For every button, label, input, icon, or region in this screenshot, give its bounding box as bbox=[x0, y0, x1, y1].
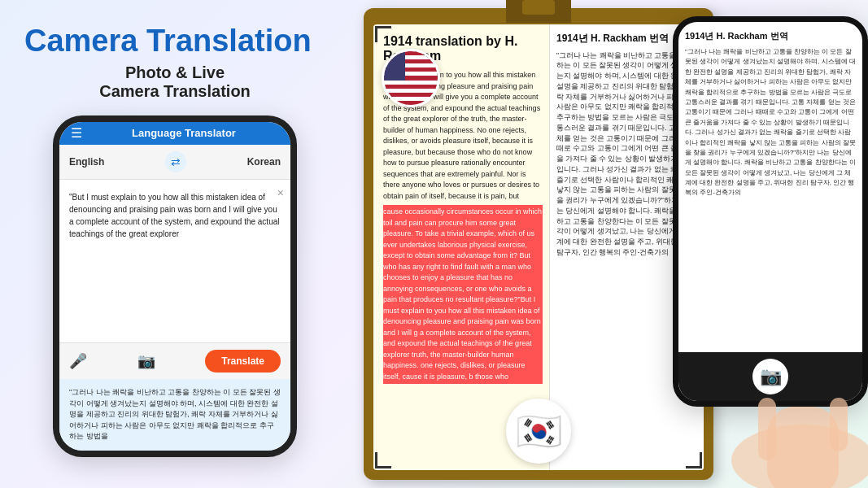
target-language-label[interactable]: Korean bbox=[247, 156, 281, 168]
svg-rect-3 bbox=[830, 398, 848, 451]
bracket-bottom-left bbox=[375, 452, 391, 468]
mic-icon[interactable]: 🎤 bbox=[69, 352, 87, 370]
left-panel: Camera Translation Photo & Live Camera T… bbox=[0, 0, 350, 488]
input-text: "But I must explain to you how all this … bbox=[69, 191, 281, 240]
translated-text: "그러나 나는 쾌락을 비난하고 고통을 찬양하는 이 모든 잘못된 생각이 어… bbox=[59, 379, 290, 451]
paper-left-highlight: cause occasionally circumstances occur i… bbox=[383, 205, 543, 384]
korea-flag: 🇰🇷 bbox=[506, 399, 571, 464]
phone-right-container: 1914년 H. Rackham 번역 "그러나 나는 쾌락을 비난하고 고통을… bbox=[665, 16, 868, 472]
swap-languages-button[interactable]: ⇄ bbox=[165, 151, 186, 172]
app-subtitle: Photo & Live Camera Translation bbox=[24, 63, 325, 101]
source-language-label[interactable]: English bbox=[69, 156, 104, 168]
phone-right-content: 1914년 H. Rackham 번역 "그러나 나는 쾌락을 비난하고 고통을… bbox=[678, 22, 862, 352]
hamburger-icon[interactable]: ☰ bbox=[71, 125, 82, 141]
close-icon[interactable]: × bbox=[277, 185, 284, 202]
phone-header-title: Language Translator bbox=[89, 127, 279, 139]
phone-status-bar: ☰ Language Translator bbox=[59, 122, 290, 145]
clipboard-clip bbox=[506, 0, 571, 23]
bracket-top-left bbox=[375, 26, 391, 42]
right-area: 1914 translation by H. Rackham "But I mu… bbox=[347, 0, 868, 488]
language-bar: English ⇄ Korean bbox=[59, 145, 290, 180]
translate-button[interactable]: Translate bbox=[205, 350, 281, 373]
bracket-bottom-right bbox=[686, 452, 702, 468]
app-title: Camera Translation bbox=[24, 24, 312, 59]
phone-right-text: "그러나 나는 쾌락을 비난하고 고통을 찬양하는 이 모든 잘못된 생각이 어… bbox=[685, 47, 856, 198]
svg-rect-2 bbox=[758, 398, 776, 460]
us-flag bbox=[382, 49, 440, 107]
svg-rect-1 bbox=[767, 407, 839, 488]
camera-icon-small[interactable]: 📷 bbox=[137, 352, 155, 370]
hand-illustration bbox=[713, 317, 868, 488]
phone-bottom-bar: 🎤 📷 Translate bbox=[59, 342, 290, 379]
input-text-area[interactable]: × "But I must explain to you how all thi… bbox=[59, 180, 290, 343]
clipboard-clip-hole bbox=[522, 0, 555, 15]
clipboard: 1914 translation by H. Rackham "But I mu… bbox=[364, 8, 713, 480]
phone-right-title: 1914년 H. Rackham 번역 bbox=[685, 30, 856, 42]
phone-left-mockup: ☰ Language Translator English ⇄ Korean ×… bbox=[53, 115, 297, 457]
